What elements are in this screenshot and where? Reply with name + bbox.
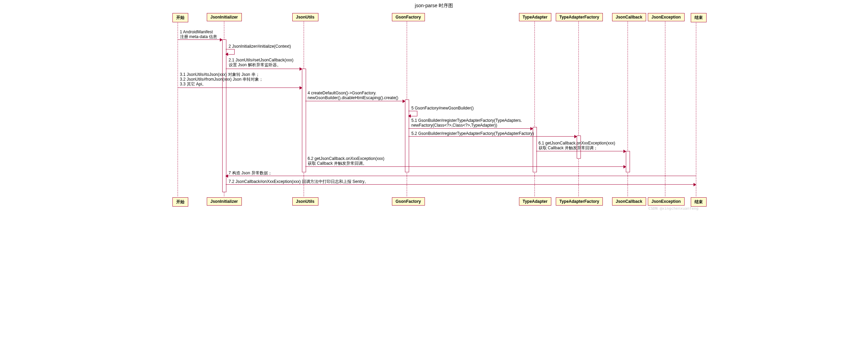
msg-1-l2: 注册 meta-data 信息 [180,34,217,39]
msg-1: 1 AndroidManifest 注册 meta-data 信息 [180,30,217,39]
arrow-6-1 [536,151,626,151]
msg-3-l2: 3.2 JsonUtils#fromJson(xxx) Json 串转对象； [180,77,263,82]
lifeline-start [178,22,178,196]
msg-4: 4 createDefaultGson()->GsonFactory. newG… [308,91,398,100]
arrow-5-2 [408,136,577,137]
participant-typeadapterfactory-bot: TypeAdapterFactory [556,197,603,206]
participant-typeadapter-top: TypeAdapter [519,13,551,21]
participant-typeadapter-bot: TypeAdapter [519,197,551,206]
arrow-5-1 [408,128,533,129]
sequence-diagram: json-parse 时序图 开始 JsonInitializer JsonUt… [166,0,702,213]
msg-4-l1: 4 createDefaultGson()->GsonFactory. [308,91,376,95]
participant-jsonutils-bot: JsonUtils [292,197,318,206]
activation-jsonutils [302,69,306,172]
msg-5: 5 GsonFactory#newGsonBuilder() [412,106,474,111]
participant-typeadapterfactory-top: TypeAdapterFactory [556,13,603,21]
participant-gsonfactory-top: GsonFactory [392,13,425,21]
msg-6-2-l1: 6.2 getJsonCallback.onXxxException(xxx) [308,156,384,161]
participant-jsonutils-top: JsonUtils [292,13,318,21]
arrow-1 [178,39,222,40]
activation-jsoninit [222,39,226,192]
msg-2: 2 JsonInitializer#initialize(Context) [229,44,291,49]
msg-6-1-l2: 获取 Callback 并触发异常回调； [539,146,598,150]
activation-jsoncallback [626,151,630,172]
arrow-7-2 [226,184,696,185]
arrow-2 [226,49,235,55]
msg-5-1-l1: 5.1 GsonBuilder#registerTypeAdapterFacto… [412,118,522,123]
participant-gsonfactory-bot: GsonFactory [392,197,425,206]
arrow-5 [408,111,417,116]
participant-start-bot: 开始 [172,197,188,207]
arrow-7 [226,176,696,176]
msg-6-2: 6.2 getJsonCallback.onXxxException(xxx) … [308,156,384,166]
msg-6-1: 6.1 getJsonCallback.onXxxException(xxx) … [539,141,615,150]
msg-3-l1: 3.1 JsonUtils#toJson(xxx) 对象转 Json 串； [180,72,260,77]
msg-5-2: 5.2 GsonBuilder#registerTypeAdapterFacto… [412,131,534,136]
participant-end-top: 结束 [691,13,707,22]
arrow-4 [305,101,405,101]
msg-2-1: 2.1 JsonUtils#setJsonCallback(xxx) 设置 Js… [229,58,294,67]
lifeline-end [696,22,696,196]
participant-jsoncallback-top: JsonCallback [612,13,646,21]
arrow-6-2 [305,166,626,167]
participant-start-top: 开始 [172,13,188,22]
arrow-3 [178,88,302,88]
msg-1-l1: 1 AndroidManifest [180,30,213,34]
participant-end-bot: 结束 [691,197,707,207]
participant-jsoncallback-bot: JsonCallback [612,197,646,206]
arrow-2-1 [226,69,302,69]
msg-3-l3: 3.3 其它 Api。 [180,82,206,86]
msg-6-1-l1: 6.1 getJsonCallback.onXxxException(xxx) [539,141,615,146]
activation-gsonfactory [405,100,409,172]
participant-jsonexception-bot: JsonException [648,197,685,206]
lifeline-jsonexception [665,22,665,196]
msg-3: 3.1 JsonUtils#toJson(xxx) 对象转 Json 串； 3.… [180,72,263,86]
msg-4-l2: newGsonBuilder().disableHtmlEscaping().c… [308,95,398,100]
participant-jsoninit-bot: JsonInitializer [207,197,242,206]
lifeline-typeadapterfactory [578,22,579,196]
msg-5-1: 5.1 GsonBuilder#registerTypeAdapterFacto… [412,118,522,128]
participant-jsonexception-top: JsonException [648,13,685,21]
watermark: CSDN @xingchenxuanfeng [649,206,699,211]
msg-7-2: 7.2 JsonCallback#onXxxException(xxx) 回调方… [229,179,369,184]
msg-7: 7 构造 Json 异常数据； [229,171,272,175]
participant-jsoninit-top: JsonInitializer [207,13,242,21]
msg-5-1-l2: newFactory(Class<?>,Class<?>,TypeAdapter… [412,123,497,128]
msg-2-1-l1: 2.1 JsonUtils#setJsonCallback(xxx) [229,58,294,62]
msg-2-1-l2: 设置 Json 解析异常监听器。 [229,62,281,67]
msg-6-2-l2: 获取 Callback 并触发异常回调。 [308,161,367,166]
diagram-title: json-parse 时序图 [166,3,702,9]
